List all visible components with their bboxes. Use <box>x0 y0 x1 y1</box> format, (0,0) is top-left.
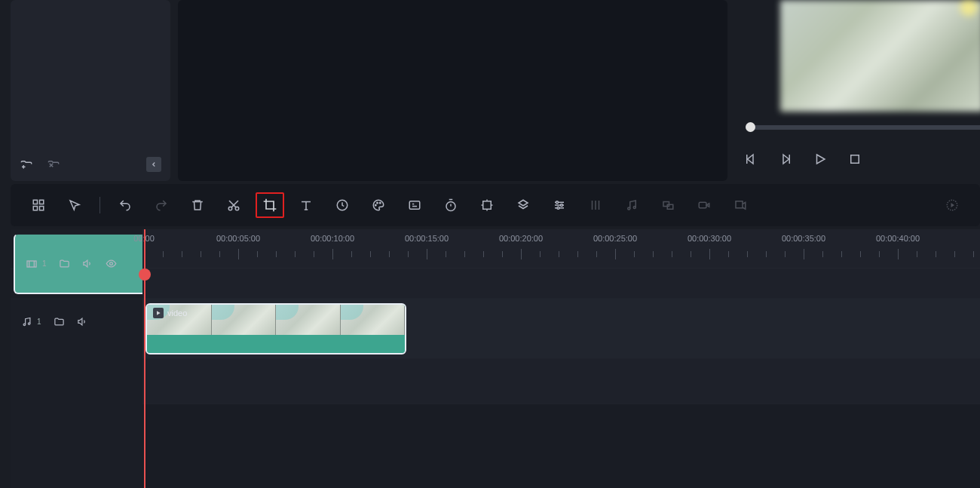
keyframe-button[interactable] <box>473 192 501 218</box>
editor-canvas <box>178 0 727 181</box>
svg-rect-26 <box>699 202 706 208</box>
clip-label: video <box>167 308 187 318</box>
video-clip[interactable]: video <box>145 303 406 354</box>
ruler-label: 00:00:20:00 <box>499 234 543 243</box>
eye-icon[interactable] <box>106 258 117 269</box>
record-button[interactable] <box>690 192 718 218</box>
timer-button[interactable] <box>436 192 465 218</box>
track-row[interactable]: video <box>142 299 980 359</box>
ruler-label: 00:00:35:00 <box>782 234 825 243</box>
mask-button[interactable] <box>509 192 537 218</box>
prev-frame-button[interactable] <box>744 152 758 166</box>
preview-scrubber[interactable] <box>746 125 980 130</box>
svg-marker-0 <box>748 155 754 164</box>
play-button[interactable] <box>813 152 827 166</box>
audio-track-icon <box>21 316 32 327</box>
svg-rect-6 <box>33 200 37 204</box>
track-number: 1 <box>42 259 47 268</box>
svg-point-37 <box>28 323 30 325</box>
preview-panel <box>735 0 980 181</box>
svg-marker-38 <box>157 311 161 315</box>
scrubber-handle[interactable] <box>746 122 755 132</box>
next-frame-button[interactable] <box>779 152 792 166</box>
motion-track-button[interactable] <box>654 192 682 218</box>
svg-point-13 <box>375 204 377 206</box>
export-frame-button[interactable] <box>726 192 755 218</box>
mixer-button[interactable] <box>581 192 610 218</box>
svg-point-14 <box>377 202 378 204</box>
svg-point-20 <box>561 204 563 207</box>
mute-icon[interactable] <box>77 316 88 327</box>
track-headers: 2 1 <box>11 229 142 488</box>
svg-rect-27 <box>736 201 743 208</box>
track-row[interactable] <box>142 269 980 299</box>
preview-video <box>780 0 980 112</box>
ruler-label: 00:00:40:00 <box>876 234 920 243</box>
timeline-tracks[interactable]: 00:0000:00:05:0000:00:10:0000:00:15:0000… <box>142 229 980 488</box>
svg-marker-2 <box>783 155 789 164</box>
cut-button[interactable] <box>219 192 248 218</box>
timeline: 2 1 <box>11 229 980 488</box>
svg-marker-29 <box>951 203 955 207</box>
svg-point-22 <box>628 207 630 210</box>
folder-icon[interactable] <box>59 258 70 269</box>
app-grid-icon[interactable] <box>24 192 53 218</box>
playhead[interactable] <box>144 229 145 488</box>
svg-point-11 <box>235 207 239 210</box>
stop-button[interactable] <box>848 152 862 166</box>
svg-point-15 <box>380 202 381 204</box>
svg-rect-18 <box>483 201 492 210</box>
crop-button[interactable] <box>256 192 284 218</box>
new-folder-icon[interactable] <box>20 158 33 172</box>
text-button[interactable] <box>292 192 320 218</box>
svg-point-10 <box>228 207 232 210</box>
color-button[interactable] <box>364 192 393 218</box>
subtitle-button[interactable] <box>400 192 429 218</box>
media-library-panel <box>11 0 170 181</box>
ruler-label: 00:00:10:00 <box>311 234 354 243</box>
adjust-button[interactable] <box>545 192 574 218</box>
svg-point-35 <box>109 262 112 265</box>
redo-button[interactable] <box>147 192 176 218</box>
svg-rect-8 <box>33 207 37 210</box>
svg-point-36 <box>23 324 26 326</box>
audio-beat-button[interactable] <box>617 192 646 218</box>
ruler-label: 00:00:15:00 <box>405 234 449 243</box>
undo-button[interactable] <box>111 192 139 218</box>
video-track-icon <box>26 258 38 270</box>
track-row[interactable] <box>142 359 980 404</box>
track-number: 1 <box>37 318 41 326</box>
render-button[interactable] <box>938 192 966 218</box>
svg-point-23 <box>633 207 635 209</box>
svg-rect-16 <box>409 201 420 210</box>
collapse-panel-button[interactable] <box>146 157 161 172</box>
svg-rect-5 <box>851 155 859 164</box>
ruler-label: 00:00:25:00 <box>593 234 637 243</box>
delete-button[interactable] <box>183 192 212 218</box>
ruler-label: 00:00:30:00 <box>688 234 731 243</box>
speed-button[interactable] <box>328 192 357 218</box>
toolbar-divider <box>100 197 100 213</box>
folder-icon[interactable] <box>54 316 65 327</box>
pointer-icon[interactable] <box>60 192 89 218</box>
remove-folder-icon[interactable] <box>47 158 60 172</box>
timeline-toolbar <box>11 184 980 226</box>
svg-rect-9 <box>40 207 44 210</box>
svg-point-19 <box>556 201 559 204</box>
timeline-ruler[interactable]: 00:0000:00:05:0000:00:10:0000:00:15:0000… <box>142 229 980 269</box>
svg-point-21 <box>557 207 559 209</box>
play-badge-icon <box>153 308 164 318</box>
svg-rect-34 <box>27 261 36 267</box>
mute-icon[interactable] <box>82 258 93 269</box>
ruler-label: 00:00:05:00 <box>216 234 260 243</box>
svg-rect-7 <box>40 200 44 204</box>
svg-marker-4 <box>817 155 825 164</box>
